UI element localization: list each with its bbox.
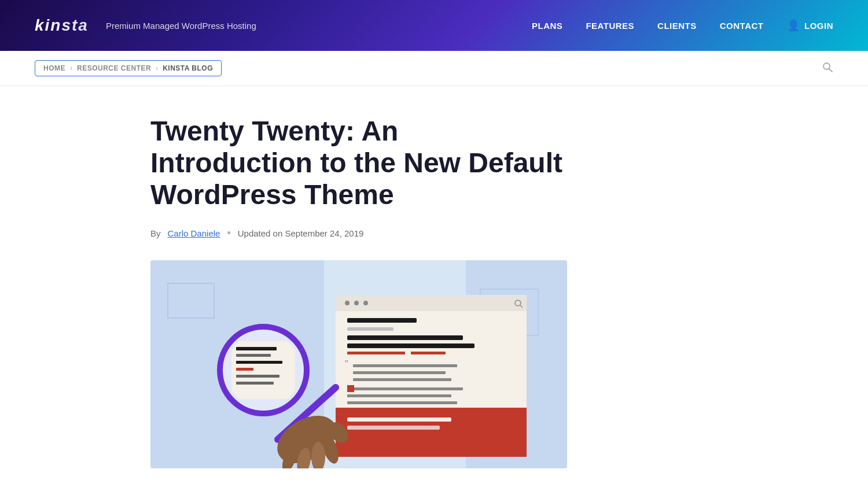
meta-dot: • [227, 227, 230, 239]
search-icon [822, 61, 833, 73]
header-tagline: Premium Managed WordPress Hosting [106, 21, 256, 31]
svg-rect-46 [236, 382, 274, 385]
nav-features[interactable]: FEATURES [586, 21, 634, 31]
main-nav: PLANS FEATURES CLIENTS CONTACT 👤 LOGIN [532, 19, 833, 32]
article-title: Twenty Twenty: An Introduction to the Ne… [150, 115, 567, 211]
svg-rect-26 [347, 426, 440, 430]
breadcrumb: HOME › RESOURCE CENTER › KINSTA BLOG [35, 60, 222, 76]
svg-rect-44 [236, 368, 253, 371]
svg-rect-28 [347, 394, 451, 397]
breadcrumb-sep-1: › [70, 64, 72, 72]
svg-rect-43 [236, 361, 282, 364]
svg-rect-45 [236, 375, 279, 378]
svg-rect-14 [347, 318, 417, 323]
nav-plans[interactable]: PLANS [532, 21, 562, 31]
nav-contact[interactable]: CONTACT [720, 21, 764, 31]
svg-rect-42 [236, 354, 271, 357]
search-button[interactable] [822, 61, 833, 76]
breadcrumb-kinsta-blog[interactable]: KINSTA BLOG [163, 64, 213, 72]
svg-rect-23 [353, 378, 451, 381]
svg-point-11 [363, 301, 368, 305]
svg-rect-29 [347, 401, 457, 404]
meta-by-label: By [150, 228, 161, 238]
svg-rect-15 [347, 327, 393, 331]
article-meta: By Carlo Daniele • Updated on September … [150, 227, 718, 239]
main-content: Twenty Twenty: An Introduction to the Ne… [116, 86, 752, 495]
breadcrumb-sep-2: › [156, 64, 158, 72]
svg-rect-17 [347, 343, 475, 348]
svg-rect-30 [347, 385, 354, 392]
svg-rect-24 [336, 408, 527, 457]
user-icon: 👤 [787, 19, 800, 32]
svg-rect-21 [353, 364, 457, 367]
article-updated-date: Updated on September 24, 2019 [238, 228, 364, 238]
svg-point-10 [354, 301, 359, 305]
svg-rect-19 [411, 352, 446, 354]
svg-rect-27 [347, 387, 463, 390]
svg-rect-22 [353, 371, 446, 374]
bottom-section: 479 Shares Twenty Twenty is the new defa… [150, 492, 718, 495]
hero-illustration: " [150, 260, 567, 468]
svg-line-1 [829, 68, 833, 72]
breadcrumb-resource-center[interactable]: RESOURCE CENTER [77, 64, 151, 72]
login-button[interactable]: 👤 LOGIN [787, 19, 834, 32]
svg-rect-18 [347, 352, 405, 354]
breadcrumb-bar: HOME › RESOURCE CENTER › KINSTA BLOG [0, 51, 868, 86]
svg-rect-41 [236, 347, 277, 350]
svg-rect-16 [347, 335, 463, 340]
hero-image: " [150, 260, 567, 468]
site-header: kinsta Premium Managed WordPress Hosting… [0, 0, 868, 51]
article-author[interactable]: Carlo Daniele [168, 228, 220, 238]
breadcrumb-home[interactable]: HOME [43, 64, 65, 72]
svg-rect-25 [347, 418, 451, 422]
header-logo-area: kinsta Premium Managed WordPress Hosting [35, 16, 532, 35]
nav-clients[interactable]: CLIENTS [657, 21, 697, 31]
svg-point-9 [345, 301, 350, 305]
svg-text:": " [345, 359, 348, 369]
logo[interactable]: kinsta [35, 16, 89, 35]
